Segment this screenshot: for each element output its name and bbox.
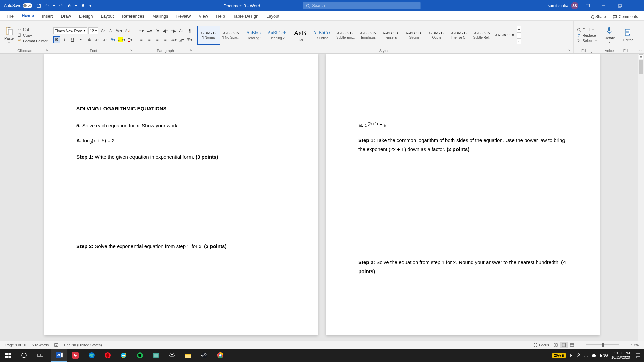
task-view-icon[interactable] (32, 349, 48, 362)
print-layout-icon[interactable] (560, 342, 568, 348)
zoom-level[interactable]: 97% (629, 343, 641, 347)
scroll-thumb[interactable] (639, 60, 643, 74)
page-right[interactable]: B. 5(2x+1) = 8 Step 1: Take the common l… (326, 54, 600, 335)
vertical-scrollbar[interactable]: ▤ (638, 54, 644, 341)
clipboard-launcher-icon[interactable]: ⬊ (46, 49, 48, 52)
zoom-slider[interactable] (586, 344, 619, 345)
tab-draw[interactable]: Draw (57, 12, 75, 20)
style-item-11[interactable]: AaBbCcDcIntense Q... (448, 26, 471, 45)
grow-font-icon[interactable]: A^ (100, 27, 106, 34)
underline-dropdown-icon[interactable]: ▾ (77, 36, 84, 43)
shrink-font-icon[interactable]: Aˇ (108, 27, 114, 34)
superscript-button[interactable]: x2 (102, 36, 108, 43)
style-item-0[interactable]: AaBbCcDc¶ Normal (197, 26, 220, 45)
redo-icon[interactable] (57, 2, 64, 9)
save-icon[interactable] (35, 2, 42, 9)
borders-icon[interactable]: ⊞▾ (186, 36, 193, 43)
find-button[interactable]: Find▾ (576, 27, 598, 32)
styles-gallery[interactable]: AaBbCcDc¶ NormalAaBbCcDc¶ No Spac...AaBb… (197, 25, 517, 45)
language-status[interactable]: English (United States) (61, 343, 105, 347)
tab-layout[interactable]: Layout (97, 12, 118, 20)
copy-button[interactable]: Copy (16, 33, 49, 38)
show-marks-icon[interactable]: ¶ (186, 27, 193, 34)
zoom-out-button[interactable]: − (576, 343, 583, 347)
ie-icon[interactable] (116, 349, 132, 362)
shading-icon[interactable]: ◢▾ (178, 36, 185, 43)
sort-icon[interactable]: A↓ (178, 27, 185, 34)
tray-onedrive-icon[interactable] (591, 353, 597, 357)
tab-home[interactable]: Home (18, 11, 38, 20)
decrease-indent-icon[interactable]: ◀≡ (162, 27, 169, 34)
justify-icon[interactable]: ≡ (162, 36, 169, 43)
focus-button[interactable]: Focus (531, 343, 552, 347)
subscript-button[interactable]: x2 (94, 36, 100, 43)
qat-dropdown-icon[interactable]: ▾ (74, 2, 78, 9)
italic-button[interactable]: I (61, 36, 68, 43)
style-item-4[interactable]: AaBTitle (288, 26, 311, 45)
undo-icon[interactable] (44, 2, 51, 9)
bold-qat-icon[interactable]: B (79, 2, 87, 9)
page-left[interactable]: SOLVING LOGARITHMIC EQUATIONS 5. Solve e… (44, 54, 318, 335)
cut-button[interactable]: Cut (16, 27, 49, 32)
spell-check-icon[interactable] (51, 343, 61, 347)
tab-view[interactable]: View (195, 12, 212, 20)
style-item-12[interactable]: AaBbCcDcSubtle Ref... (471, 26, 494, 45)
tray-people-icon[interactable] (576, 353, 581, 358)
tab-insert[interactable]: Insert (38, 12, 57, 20)
tab-file[interactable]: File (3, 12, 18, 20)
bold-button[interactable]: B (53, 36, 60, 43)
paste-button[interactable]: Paste ▾ (2, 26, 16, 44)
style-item-3[interactable]: AaBbCcEHeading 2 (266, 26, 288, 45)
notification-icon[interactable] (633, 349, 643, 362)
zoom-thumb[interactable] (602, 343, 604, 347)
tab-review[interactable]: Review (172, 12, 195, 20)
word-count-status[interactable]: 592 words (29, 343, 51, 347)
style-item-13[interactable]: AABBCCDC (494, 26, 517, 45)
font-size-combo[interactable]: 12▾ (88, 27, 98, 34)
line-spacing-icon[interactable]: ↕≡▾ (170, 36, 177, 43)
explorer-icon[interactable] (180, 349, 196, 362)
align-left-icon[interactable]: ≡ (138, 36, 145, 43)
clock[interactable]: 11:56 PM 10/28/2020 (611, 351, 630, 360)
tab-table-layout[interactable]: Layout (262, 12, 283, 20)
minimize-icon[interactable] (597, 0, 610, 11)
tab-design[interactable]: Design (75, 12, 97, 20)
text-effects-icon[interactable]: A▾ (110, 36, 116, 43)
style-item-5[interactable]: AaBbCcCSubtitle (311, 26, 334, 45)
font-name-combo[interactable]: Times New Rom▾ (53, 27, 87, 34)
chrome-icon[interactable] (212, 349, 228, 362)
close-icon[interactable] (629, 0, 643, 11)
qat-customize-icon[interactable]: ▾ (88, 2, 93, 9)
gallery-up-icon[interactable]: ▴ (517, 26, 521, 32)
numbering-icon[interactable]: ≣▾ (146, 27, 153, 34)
tab-help[interactable]: Help (212, 12, 229, 20)
dictate-button[interactable]: Dictate ▾ (602, 26, 616, 44)
style-item-10[interactable]: AaBbCcDcQuote (425, 26, 448, 45)
undo-dropdown-icon[interactable]: ▾ (52, 2, 56, 9)
multilevel-icon[interactable]: ⁝▾ (154, 27, 161, 34)
change-case-icon[interactable]: Aa▾ (116, 27, 123, 34)
editor-button[interactable]: Editor (621, 28, 635, 42)
web-layout-icon[interactable] (568, 342, 576, 348)
settings-icon[interactable] (164, 349, 180, 362)
tab-table-design[interactable]: Table Design (229, 12, 262, 20)
collapse-ribbon-icon[interactable]: ︿ (639, 47, 642, 52)
app-icon-1[interactable] (148, 349, 164, 362)
avatar[interactable]: SS (571, 2, 578, 9)
style-item-8[interactable]: AaBbCcDcIntense E... (380, 26, 402, 45)
font-launcher-icon[interactable]: ⬊ (130, 49, 133, 52)
tab-mailings[interactable]: Mailings (148, 12, 172, 20)
replace-button[interactable]: Replace (576, 33, 598, 38)
align-right-icon[interactable]: ≡ (154, 36, 161, 43)
tray-bluetooth-icon[interactable]: 🕨 (569, 353, 573, 357)
underline-button[interactable]: U (69, 36, 76, 43)
touch-mode-icon[interactable] (66, 2, 73, 9)
share-button[interactable]: Share (586, 13, 609, 20)
tray-lang[interactable]: ENG (600, 353, 608, 357)
strikethrough-button[interactable]: ab (86, 36, 92, 43)
select-button[interactable]: Select▾ (576, 38, 598, 43)
style-item-7[interactable]: AaBbCcDcEmphasis (357, 26, 380, 45)
style-item-9[interactable]: AaBbCcDcStrong (402, 26, 425, 45)
user-name[interactable]: sumit sinha (548, 3, 568, 8)
style-item-6[interactable]: AaBbCcDcSubtle Em... (334, 26, 357, 45)
